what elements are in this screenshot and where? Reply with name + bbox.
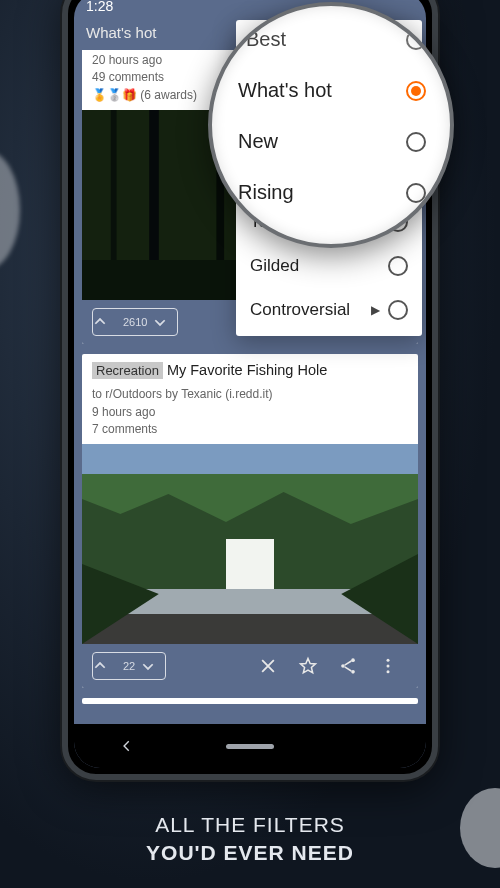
post-image[interactable] xyxy=(82,444,418,644)
radio-icon xyxy=(406,183,426,203)
svg-rect-13 xyxy=(82,614,418,644)
more-button[interactable] xyxy=(378,656,408,676)
hide-button[interactable] xyxy=(258,656,288,676)
svg-point-17 xyxy=(341,665,345,669)
share-button[interactable] xyxy=(338,656,368,676)
downvote-button[interactable] xyxy=(141,659,165,673)
post-card[interactable]: Recreation My Favorite Fishing Hole to r… xyxy=(82,354,418,688)
svg-point-21 xyxy=(387,671,390,674)
radio-selected-icon xyxy=(406,81,426,101)
more-vertical-icon xyxy=(378,656,398,676)
lens-sort-rising[interactable]: Rising xyxy=(220,167,436,218)
expand-indicator: ▶ xyxy=(371,303,380,317)
post-actionbar: 22 xyxy=(82,644,418,688)
vote-score: 2610 xyxy=(117,316,153,328)
post-byline: to r/Outdoors by Texanic (i.redd.it) xyxy=(92,386,408,403)
chevron-left-icon xyxy=(120,739,134,753)
sort-label: Controversial xyxy=(250,300,371,320)
post-title: Recreation My Favorite Fishing Hole xyxy=(82,354,418,380)
radio-icon xyxy=(388,256,408,276)
svg-point-18 xyxy=(351,670,355,674)
sort-label: What's hot xyxy=(238,79,406,102)
nav-back-button[interactable] xyxy=(120,739,134,753)
magnifier-lens: Best What's hot New Rising ▶ xyxy=(208,2,454,248)
vote-box: 22 xyxy=(92,652,166,680)
post-comment-count: 7 comments xyxy=(92,421,408,438)
hero-caption: ALL THE FILTERS YOU'D EVER NEED xyxy=(0,811,500,866)
chevron-up-icon xyxy=(93,315,107,329)
vote-box: 2610 xyxy=(92,308,178,336)
sort-label: Gilded xyxy=(250,256,388,276)
svg-point-19 xyxy=(387,659,390,662)
share-icon xyxy=(338,656,358,676)
post-title-text: My Favorite Fishing Hole xyxy=(167,362,327,378)
lens-sort-new[interactable]: New xyxy=(220,116,436,167)
sort-label: Best xyxy=(246,28,406,51)
chevron-up-icon xyxy=(93,659,107,673)
statusbar-time: 1:28 xyxy=(86,0,113,14)
sort-label: Rising xyxy=(238,181,406,204)
star-icon xyxy=(298,656,318,676)
awards-count: (6 awards) xyxy=(140,88,197,102)
post-age: 9 hours ago xyxy=(92,404,408,421)
post-card[interactable] xyxy=(82,698,418,704)
hero-line1: ALL THE FILTERS xyxy=(155,813,345,836)
decorative-blob xyxy=(0,150,20,270)
chevron-down-icon xyxy=(141,659,155,673)
svg-point-20 xyxy=(387,665,390,668)
post-meta: to r/Outdoors by Texanic (i.redd.it) 9 h… xyxy=(82,380,418,442)
vote-score: 22 xyxy=(117,660,141,672)
radio-icon xyxy=(406,132,426,152)
lens-sort-best[interactable]: Best xyxy=(220,28,436,65)
downvote-button[interactable] xyxy=(153,315,177,329)
sort-label: New xyxy=(238,130,406,153)
radio-icon xyxy=(388,300,408,320)
chevron-down-icon xyxy=(153,315,167,329)
upvote-button[interactable] xyxy=(93,659,117,673)
post-flair[interactable]: Recreation xyxy=(92,362,163,379)
hero-line2: YOU'D EVER NEED xyxy=(0,839,500,866)
awards-icons: 🏅🥈🎁 xyxy=(92,88,137,102)
close-icon xyxy=(258,656,278,676)
upvote-button[interactable] xyxy=(93,315,117,329)
waterfall-illustration xyxy=(82,444,418,644)
lens-content: Best What's hot New Rising ▶ xyxy=(220,28,436,248)
lens-sort-hot[interactable]: What's hot xyxy=(220,65,436,116)
nav-home-pill[interactable] xyxy=(226,744,274,749)
svg-rect-11 xyxy=(226,539,274,594)
svg-point-16 xyxy=(351,659,355,663)
android-navbar xyxy=(74,724,426,768)
save-button[interactable] xyxy=(298,656,328,676)
sort-option-gilded[interactable]: Gilded xyxy=(236,244,422,288)
sort-option-controversial[interactable]: Controversial ▶ xyxy=(236,288,422,332)
appbar-title: What's hot xyxy=(86,24,156,41)
